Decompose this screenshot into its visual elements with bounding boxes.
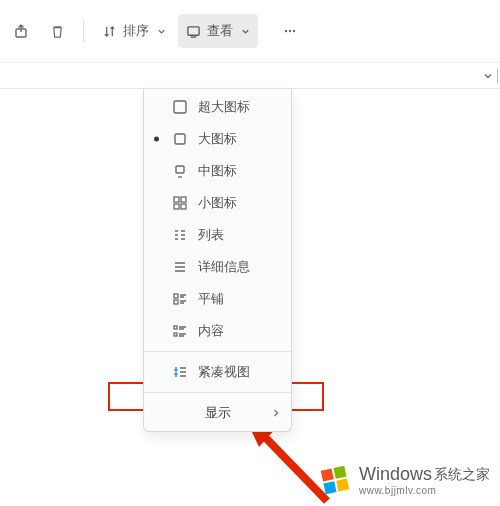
selected-bullet-icon xyxy=(154,137,159,142)
svg-rect-8 xyxy=(174,197,179,202)
view-icon xyxy=(186,24,201,39)
svg-rect-10 xyxy=(174,204,179,209)
chevron-down-icon[interactable] xyxy=(483,71,493,81)
menu-item-details[interactable]: 详细信息 xyxy=(144,251,291,283)
more-button[interactable] xyxy=(274,14,306,48)
svg-point-2 xyxy=(285,30,287,32)
svg-rect-20 xyxy=(323,481,336,494)
details-icon xyxy=(172,259,188,275)
menu-item-label: 紧凑视图 xyxy=(198,363,250,381)
menu-item-label: 内容 xyxy=(198,322,224,340)
toolbar-separator xyxy=(83,20,84,42)
menu-item-label: 大图标 xyxy=(198,130,237,148)
menu-item-label: 显示 xyxy=(205,404,231,422)
svg-rect-13 xyxy=(174,300,178,304)
svg-point-4 xyxy=(293,30,295,32)
menu-item-label: 中图标 xyxy=(198,162,237,180)
large-icons-icon xyxy=(172,131,188,147)
content-area: 文件夹为空。 超大图标 大图标 中图标 小图标 xyxy=(0,89,500,506)
svg-rect-7 xyxy=(176,166,184,173)
sort-label: 排序 xyxy=(123,22,149,40)
chevron-down-icon xyxy=(157,27,166,36)
trash-icon xyxy=(50,24,65,39)
menu-item-label: 平铺 xyxy=(198,290,224,308)
menu-item-label: 小图标 xyxy=(198,194,237,212)
list-icon xyxy=(172,227,188,243)
menu-item-content[interactable]: 内容 xyxy=(144,315,291,347)
sort-button[interactable]: 排序 xyxy=(94,14,174,48)
chevron-down-icon xyxy=(241,27,250,36)
watermark-line1: Windows 系统之家 xyxy=(359,464,490,485)
windows-logo-icon xyxy=(317,462,353,498)
tiles-icon xyxy=(172,291,188,307)
column-divider[interactable] xyxy=(497,69,498,83)
extra-large-icons-icon xyxy=(172,99,188,115)
menu-item-show-submenu[interactable]: 显示 xyxy=(144,397,291,429)
menu-separator xyxy=(144,392,291,393)
svg-rect-21 xyxy=(336,478,349,491)
share-icon xyxy=(14,23,30,39)
menu-item-label: 超大图标 xyxy=(198,98,250,116)
watermark-url: www.bjjmlv.com xyxy=(359,485,490,496)
svg-point-3 xyxy=(289,30,291,32)
svg-rect-1 xyxy=(188,26,199,34)
column-header xyxy=(0,63,500,89)
compact-view-icon xyxy=(172,364,188,380)
menu-item-extra-large-icons[interactable]: 超大图标 xyxy=(144,91,291,123)
menu-item-label: 详细信息 xyxy=(198,258,250,276)
toolbar: 排序 查看 xyxy=(0,0,500,63)
view-label: 查看 xyxy=(207,22,233,40)
medium-icons-icon xyxy=(172,163,188,179)
svg-rect-5 xyxy=(174,101,186,113)
svg-rect-9 xyxy=(181,197,186,202)
svg-rect-15 xyxy=(174,333,177,336)
menu-item-tiles[interactable]: 平铺 xyxy=(144,283,291,315)
content-icon xyxy=(172,323,188,339)
svg-rect-18 xyxy=(321,468,334,481)
svg-rect-11 xyxy=(181,204,186,209)
menu-separator xyxy=(144,351,291,352)
menu-item-small-icons[interactable]: 小图标 xyxy=(144,187,291,219)
svg-rect-12 xyxy=(174,294,178,298)
view-menu: 超大图标 大图标 中图标 小图标 列表 xyxy=(143,89,292,432)
delete-button[interactable] xyxy=(42,14,73,48)
menu-item-list[interactable]: 列表 xyxy=(144,219,291,251)
ellipsis-icon xyxy=(282,23,298,39)
view-button[interactable]: 查看 xyxy=(178,14,258,48)
menu-item-compact-view[interactable]: 紧凑视图 xyxy=(144,356,291,388)
menu-item-medium-icons[interactable]: 中图标 xyxy=(144,155,291,187)
svg-rect-14 xyxy=(174,326,177,329)
sort-icon xyxy=(102,24,117,39)
chevron-right-icon xyxy=(271,408,281,418)
menu-item-large-icons[interactable]: 大图标 xyxy=(144,123,291,155)
watermark: Windows 系统之家 www.bjjmlv.com xyxy=(317,462,490,498)
watermark-brand-cn: 系统之家 xyxy=(434,466,490,484)
svg-rect-19 xyxy=(333,466,346,479)
share-button[interactable] xyxy=(6,14,38,48)
watermark-brand: Windows xyxy=(359,464,432,485)
svg-rect-6 xyxy=(175,134,185,144)
menu-item-label: 列表 xyxy=(198,226,224,244)
small-icons-icon xyxy=(172,195,188,211)
